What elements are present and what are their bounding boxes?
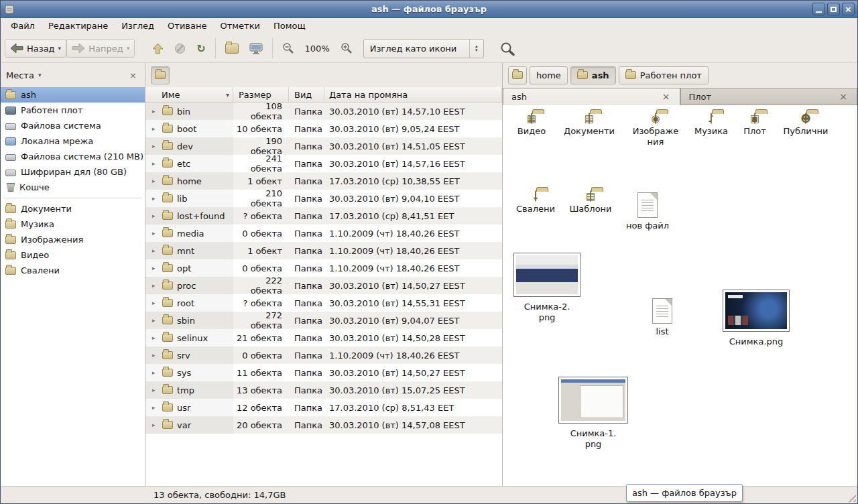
table-row[interactable]: mnt 1 обект Папка 1.10.2009 (чт) 18,40,2… (145, 242, 502, 259)
computer-button[interactable] (244, 39, 268, 58)
sidebar-bookmark-item[interactable]: Свалени (1, 263, 145, 278)
zoom-out-button[interactable] (277, 38, 300, 58)
tab[interactable]: Плот (680, 88, 858, 105)
stop-button[interactable] (169, 39, 191, 58)
pathbar-home-button[interactable]: home (530, 66, 568, 84)
table-row[interactable]: selinux 21 обекта Папка 30.03.2010 (вт) … (145, 329, 502, 346)
search-button[interactable] (495, 38, 520, 60)
file-item-list[interactable]: list (642, 298, 682, 337)
menu-item[interactable]: Отиване (161, 19, 213, 34)
table-row[interactable]: srv 0 обекта Папка 1.10.2009 (чт) 18,40,… (145, 346, 502, 364)
expander-icon[interactable] (152, 178, 158, 184)
new-file-item[interactable]: нов файл (621, 192, 674, 231)
table-row[interactable]: proc 222 обекта Папка 30.03.2010 (вт) 14… (145, 277, 502, 294)
pathbar-filesystem-button[interactable] (508, 66, 527, 84)
sidebar-place-item[interactable]: Локална мрежа (1, 133, 145, 149)
expander-icon[interactable] (152, 369, 158, 376)
folder-item[interactable]: ▣ Плот (731, 113, 779, 137)
expander-icon[interactable] (152, 212, 158, 219)
table-row[interactable]: sys 11 обекта Папка 30.03.2010 (вт) 14,5… (145, 364, 502, 381)
image-item-snimka[interactable]: Снимка.png (723, 290, 790, 347)
table-row[interactable]: lost+found ? обекта Папка 17.03.2010 (ср… (145, 207, 502, 225)
table-row[interactable]: root ? обекта Папка 30.03.2010 (вт) 14,5… (145, 294, 502, 312)
image-item-snimka2[interactable]: Снимка-2.png (513, 253, 580, 323)
sidebar-chevron-icon[interactable]: ▾ (38, 72, 42, 78)
expander-icon[interactable] (152, 300, 158, 306)
column-header-name[interactable]: Име ▾ (145, 87, 233, 103)
icon-view-content[interactable]: ▦ Видео ▤ Документи ◉ Изображения (503, 105, 857, 486)
expander-icon[interactable] (152, 422, 158, 428)
folder-item[interactable]: ▤ Шаблони (562, 191, 619, 214)
folder-item[interactable]: ◉ Изображения (623, 113, 688, 147)
resize-grip[interactable] (846, 492, 856, 502)
column-header-type[interactable]: Вид (289, 87, 324, 103)
view-mode-combobox[interactable]: Изглед като икони ▴▾ (363, 39, 484, 58)
sidebar-bookmark-item[interactable]: Изображения (1, 232, 145, 247)
table-row[interactable]: var 20 обекта Папка 30.03.2010 (вт) 14,5… (145, 416, 502, 434)
table-row[interactable]: boot 10 обекта Папка 30.03.2010 (вт) 9,0… (145, 120, 502, 137)
sidebar-place-item[interactable]: Файлова система (1, 118, 145, 133)
tab-close-icon[interactable] (838, 91, 849, 102)
folder-item[interactable]: ▤ Документи (559, 113, 619, 137)
back-button[interactable]: Назад ▾ (5, 39, 66, 58)
expander-icon[interactable] (152, 404, 158, 411)
sidebar-close-button[interactable]: × (127, 69, 139, 82)
expander-icon[interactable] (152, 265, 158, 271)
sidebar-place-item[interactable]: Кошче (1, 180, 145, 195)
zoom-in-button[interactable] (335, 38, 358, 58)
home-button[interactable] (220, 40, 244, 58)
sidebar-place-item[interactable]: Работен плот (1, 103, 145, 118)
sidebar-bookmark-item[interactable]: Видео (1, 247, 145, 263)
up-button[interactable] (147, 39, 169, 58)
folder-item[interactable]: ♪ Музика (685, 113, 737, 137)
table-row[interactable]: etc 241 обекта Папка 30.03.2010 (вт) 14,… (145, 155, 502, 172)
folder-item[interactable]: ☻ Публични (779, 113, 833, 137)
expander-icon[interactable] (152, 317, 158, 324)
sidebar-bookmark-item[interactable]: Документи (1, 201, 145, 216)
tab-close-icon[interactable] (661, 91, 672, 102)
expander-icon[interactable] (152, 387, 158, 393)
table-row[interactable]: media 0 обекта Папка 1.10.2009 (чт) 18,4… (145, 225, 502, 242)
close-button[interactable]: × (842, 3, 855, 15)
table-row[interactable]: bin 108 обекта Папка 30.03.2010 (вт) 14,… (145, 103, 502, 120)
expander-icon[interactable] (152, 282, 158, 289)
menu-item[interactable]: Отметки (213, 19, 266, 34)
table-row[interactable]: lib 210 обекта Папка 30.03.2010 (вт) 9,0… (145, 190, 502, 207)
sort-arrow-icon[interactable]: ▾ (226, 91, 229, 99)
pathbar-desktop-button[interactable]: Работен плот (619, 66, 709, 84)
pathbar-root-button[interactable] (151, 66, 170, 84)
column-header-size[interactable]: Размер (233, 87, 289, 103)
combo-arrows-icon[interactable]: ▴▾ (469, 40, 483, 58)
menu-item[interactable]: Файл (4, 19, 42, 34)
table-row[interactable]: home 1 обект Папка 17.03.2010 (ср) 10,38… (145, 172, 502, 190)
table-row[interactable]: usr 12 обекта Папка 17.03.2010 (ср) 8,51… (145, 399, 502, 416)
column-header-date[interactable]: Дата на промяна (324, 87, 502, 103)
maximize-button[interactable] (827, 3, 840, 15)
sidebar-place-item[interactable]: Шифриран дял (80 GB) (1, 164, 145, 180)
expander-icon[interactable] (152, 247, 158, 254)
expander-icon[interactable] (152, 230, 158, 237)
expander-icon[interactable] (152, 195, 158, 202)
expander-icon[interactable] (152, 160, 158, 167)
sidebar-place-item[interactable]: Файлова система (210 MB) (1, 149, 145, 164)
sidebar-place-item[interactable]: ash (1, 87, 145, 103)
minimize-button[interactable] (812, 3, 825, 15)
folder-item[interactable]: ↓ Свалени (507, 191, 564, 214)
expander-icon[interactable] (152, 108, 158, 115)
menu-item[interactable]: Изглед (115, 19, 161, 34)
tab[interactable]: ash (503, 88, 680, 105)
image-item-snimka1[interactable]: Снимка-1.png (558, 377, 628, 450)
table-row[interactable]: opt 0 обекта Папка 1.10.2009 (чт) 18,40,… (145, 259, 502, 277)
table-row[interactable]: tmp 13 обекта Папка 30.03.2010 (вт) 15,0… (145, 381, 502, 399)
forward-button[interactable]: Напред ▾ (66, 39, 135, 58)
expander-icon[interactable] (152, 334, 158, 341)
menu-item[interactable]: Помощ (267, 19, 312, 34)
titlebar[interactable]: ash — файлов браузър × (1, 1, 857, 18)
table-row[interactable]: sbin 272 обекта Папка 30.03.2010 (вт) 9,… (145, 312, 502, 329)
back-chevron-icon[interactable]: ▾ (58, 45, 62, 52)
pathbar-ash-button[interactable]: ash (570, 66, 616, 84)
reload-button[interactable]: ↻ (191, 38, 210, 59)
expander-icon[interactable] (152, 352, 158, 359)
expander-icon[interactable] (152, 143, 158, 149)
table-row[interactable]: dev 190 обекта Папка 30.03.2010 (вт) 14,… (145, 137, 502, 155)
